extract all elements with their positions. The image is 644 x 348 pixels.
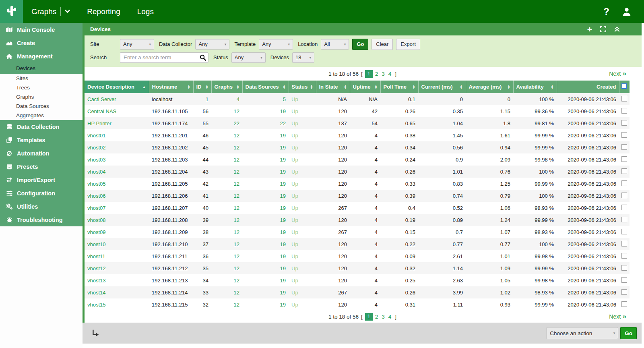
page-2-link[interactable]: 2	[375, 71, 378, 77]
sidebar-item-main-console[interactable]: Main Console	[0, 23, 83, 36]
export-button[interactable]: Export	[396, 39, 420, 50]
row-checkbox[interactable]	[621, 180, 627, 186]
location-select[interactable]: All ▾	[321, 39, 349, 50]
tab-graphs[interactable]: Graphs	[23, 0, 78, 23]
description-link[interactable]: vhost06	[87, 193, 106, 199]
chevron-down-icon[interactable]	[65, 10, 70, 13]
sidebar-item-automation[interactable]: Automation	[0, 147, 83, 160]
sidebar-item-data-collection[interactable]: Data Collection	[0, 120, 83, 133]
description-link[interactable]: vhost15	[87, 302, 106, 308]
row-checkbox[interactable]	[621, 156, 627, 162]
graphs-link[interactable]: 12	[234, 241, 239, 247]
row-checkbox[interactable]	[621, 217, 627, 222]
row-checkbox[interactable]	[621, 168, 627, 174]
row-checkbox[interactable]	[621, 229, 627, 234]
action-go-button[interactable]: Go	[620, 327, 637, 339]
description-link[interactable]: vhost12	[87, 265, 106, 271]
collapse-icon[interactable]	[614, 27, 620, 32]
sidebar-item-troubleshooting[interactable]: Troubleshooting	[0, 213, 83, 226]
graphs-link[interactable]: 12	[234, 253, 239, 259]
data_sources-link[interactable]: 19	[280, 108, 286, 114]
column-header-in_state[interactable]: In State▲▼	[316, 81, 350, 93]
data_sources-link[interactable]: 19	[280, 205, 286, 211]
sidebar-item-graphs[interactable]: Graphs	[0, 92, 83, 102]
data_sources-link[interactable]: 19	[280, 157, 286, 163]
column-header-availability[interactable]: Availability▲▼	[513, 81, 557, 93]
row-checkbox[interactable]	[621, 241, 627, 246]
search-icon[interactable]	[200, 54, 206, 62]
column-header-uptime[interactable]: Uptime▲▼	[350, 81, 380, 93]
data_sources-link[interactable]: 19	[280, 253, 286, 259]
row-checkbox[interactable]	[621, 253, 627, 259]
sidebar-item-trees[interactable]: Trees	[0, 83, 83, 92]
graphs-link[interactable]: 12	[234, 265, 239, 271]
page-1-current[interactable]: 1	[365, 313, 373, 321]
data_sources-link[interactable]: 5	[283, 96, 286, 102]
graphs-link[interactable]: 12	[234, 133, 239, 139]
graphs-link[interactable]: 12	[234, 217, 239, 223]
sidebar-item-management[interactable]: Management	[0, 50, 83, 63]
description-link[interactable]: vhost14	[87, 290, 106, 296]
column-header-id[interactable]: ID▲▼	[193, 81, 211, 93]
data_sources-link[interactable]: 19	[280, 302, 286, 308]
row-checkbox[interactable]	[621, 205, 627, 210]
description-link[interactable]: vhost08	[87, 217, 106, 223]
data_sources-link[interactable]: 19	[280, 278, 286, 284]
user-icon[interactable]	[621, 6, 632, 17]
sidebar-item-sites[interactable]: Sites	[0, 74, 83, 83]
column-header-hostname[interactable]: Hostname▲▼	[149, 81, 193, 93]
tab-reporting[interactable]: Reporting	[78, 0, 128, 23]
graphs-link[interactable]: 4	[237, 96, 239, 102]
graphs-link[interactable]: 12	[234, 157, 239, 163]
next-page-link[interactable]: Next »	[609, 313, 626, 320]
sidebar-item-presets[interactable]: Presets	[0, 160, 83, 173]
data_sources-link[interactable]: 19	[280, 217, 286, 223]
graphs-link[interactable]: 12	[234, 169, 239, 175]
data_sources-link[interactable]: 22	[280, 120, 286, 126]
search-input[interactable]	[120, 52, 208, 63]
description-link[interactable]: vhost13	[87, 278, 106, 284]
page-4-link[interactable]: 4	[388, 71, 392, 77]
status-select[interactable]: Any ▾	[231, 52, 266, 63]
add-device-icon[interactable]: +	[587, 25, 592, 33]
clear-button[interactable]: Clear	[372, 39, 393, 50]
graphs-link[interactable]: 12	[234, 302, 239, 308]
next-page-link[interactable]: Next »	[609, 70, 626, 77]
description-link[interactable]: vhost05	[87, 181, 106, 187]
column-header-data_sources[interactable]: Data Sources▲▼	[242, 81, 289, 93]
page-3-link[interactable]: 3	[382, 314, 385, 320]
graphs-link[interactable]: 12	[234, 278, 239, 284]
row-checkbox[interactable]	[621, 108, 627, 114]
graphs-link[interactable]: 12	[234, 181, 239, 187]
template-select[interactable]: Any ▾	[259, 39, 293, 50]
page-1-current[interactable]: 1	[365, 70, 373, 78]
page-2-link[interactable]: 2	[375, 314, 378, 320]
column-header-current_ms[interactable]: Current (ms)▲▼	[418, 81, 466, 93]
tab-logs[interactable]: Logs	[129, 0, 162, 23]
description-link[interactable]: vhost10	[87, 241, 106, 247]
row-checkbox[interactable]	[621, 144, 627, 150]
graphs-link[interactable]: 12	[234, 108, 239, 114]
row-checkbox[interactable]	[621, 120, 627, 126]
description-link[interactable]: HP Printer	[87, 120, 111, 126]
graphs-link[interactable]: 12	[234, 229, 239, 235]
cacti-logo[interactable]	[0, 0, 23, 23]
graphs-link[interactable]: 12	[234, 205, 239, 211]
description-link[interactable]: vhost01	[87, 133, 106, 139]
graphs-link[interactable]: 22	[234, 120, 239, 126]
description-link[interactable]: Central NAS	[87, 108, 116, 114]
sidebar-item-utilities[interactable]: Utilities	[0, 200, 83, 213]
column-header-average_ms[interactable]: Average (ms)▲▼	[466, 81, 513, 93]
row-checkbox[interactable]	[621, 277, 627, 283]
help-icon[interactable]: ?	[603, 7, 609, 17]
column-header-poll_time[interactable]: Poll Time▲▼	[380, 81, 418, 93]
page-3-link[interactable]: 3	[382, 71, 385, 77]
data_sources-link[interactable]: 19	[280, 169, 286, 175]
select-all-checkbox[interactable]	[621, 83, 627, 89]
row-checkbox[interactable]	[621, 265, 627, 271]
graphs-link[interactable]: 12	[234, 290, 239, 296]
row-checkbox[interactable]	[621, 193, 627, 198]
description-link[interactable]: vhost07	[87, 205, 106, 211]
column-header-status[interactable]: Status▲▼	[289, 81, 316, 93]
page-4-link[interactable]: 4	[388, 314, 392, 320]
